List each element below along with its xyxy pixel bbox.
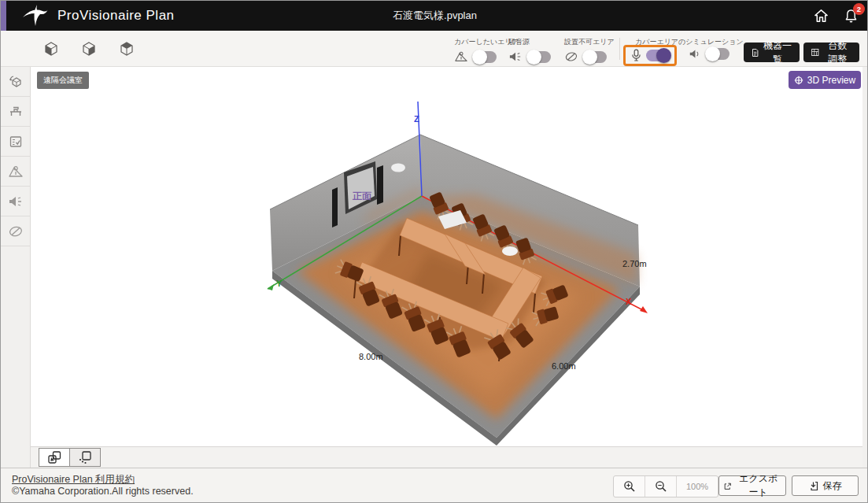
- speaker-simulation-toggle[interactable]: [706, 48, 729, 60]
- export-button[interactable]: エクスポート: [718, 475, 786, 496]
- speaker-icon: [689, 48, 701, 60]
- sidebar: [1, 67, 31, 468]
- no-install-area-icon: [8, 224, 24, 239]
- screen-front-label: 正面: [352, 190, 371, 202]
- dimension-depth-label: 6.00m: [552, 361, 576, 371]
- plan-canvas: Y X Z 正面: [31, 67, 862, 468]
- toggle-group-no-install-area: 設置不可エリア: [564, 37, 615, 63]
- 3d-preview-label: 3D Preview: [807, 75, 855, 86]
- 3d-scene-viewport[interactable]: Y X Z 正面: [31, 67, 862, 446]
- equipment-list-label: 機器一覧: [763, 39, 792, 66]
- cover-area-toggle[interactable]: [473, 51, 497, 63]
- check-list-icon: [8, 134, 24, 150]
- save-icon: [809, 481, 818, 491]
- noise-source-icon: [8, 194, 24, 209]
- zoom-out-button[interactable]: [645, 476, 677, 497]
- toolbar: カバーしたいエリア 騒音源 設置不可エリア: [1, 31, 868, 67]
- cover-area-icon: [8, 165, 24, 179]
- equipment-list-button[interactable]: 機器一覧: [744, 43, 800, 62]
- room-name-badge: 遠隔会議室: [37, 72, 89, 89]
- toggle-label: 設置不可エリア: [564, 37, 615, 47]
- sidebar-item-equipment-check-list[interactable]: [1, 127, 31, 157]
- save-button[interactable]: 保存: [792, 475, 859, 496]
- toggle-group-noise-source: 騒音源: [508, 37, 551, 63]
- zoom-in-button[interactable]: [614, 476, 645, 497]
- sidebar-item-noise-source[interactable]: [1, 187, 31, 216]
- cover-area-icon: [454, 50, 468, 63]
- unit-adjust-button[interactable]: 台数調整: [803, 43, 859, 62]
- furniture-icon: [8, 104, 24, 120]
- brand: ProVisionaire Plan: [21, 3, 175, 28]
- no-install-area-toggle[interactable]: [583, 51, 607, 63]
- export-icon: [724, 481, 731, 491]
- 3d-view-icon: [8, 74, 24, 90]
- mic-simulation-toggle[interactable]: [646, 50, 670, 61]
- notification-badge: 2: [853, 3, 865, 15]
- dimension-width-label: 8.00m: [359, 352, 383, 361]
- 3d-preview-icon: [794, 76, 803, 85]
- microphone-icon: [631, 49, 641, 62]
- document-icon: [752, 47, 759, 58]
- grid-adjust-icon: [811, 47, 819, 57]
- copyright-text: ©Yamaha Corporation.All rights reserved.: [12, 486, 194, 497]
- area-view-tab-icon: [78, 450, 92, 464]
- zoom-level-display: 100%: [677, 476, 718, 497]
- export-label: エクスポート: [736, 472, 781, 499]
- footer: ProVisionaire Plan 利用規約 ©Yamaha Corporat…: [1, 468, 868, 503]
- plate-on-table: [502, 246, 518, 256]
- axis-z-label: Z: [414, 114, 419, 124]
- dimension-height-label: 2.70m: [622, 259, 647, 268]
- unit-adjust-label: 台数調整: [824, 39, 851, 66]
- home-icon[interactable]: [814, 9, 829, 24]
- terms-link[interactable]: ProVisionaire Plan 利用規約: [12, 473, 135, 486]
- no-install-area-icon: [564, 50, 578, 63]
- tab-area-view[interactable]: [69, 448, 101, 467]
- top-bar: ProVisionaire Plan 石渡電気様.pvplan 2: [1, 1, 868, 31]
- brand-name: ProVisionaire Plan: [57, 8, 175, 24]
- provisionaire-logo-icon: [21, 4, 50, 28]
- notifications[interactable]: 2: [844, 9, 858, 24]
- tab-plan-view[interactable]: [39, 448, 70, 467]
- axis-x-label: X: [626, 297, 632, 306]
- sidebar-item-3d-view[interactable]: [1, 67, 31, 97]
- mic-simulation-highlight: [623, 45, 677, 66]
- axis-y-label: Y: [276, 279, 283, 288]
- sidebar-item-no-install-area[interactable]: [1, 216, 31, 246]
- view-tab-strip: [31, 446, 862, 468]
- cube-left-face-icon[interactable]: [43, 41, 59, 57]
- toggle-label: 騒音源: [508, 37, 551, 47]
- document-title: 石渡電気様.pvplan: [393, 9, 477, 23]
- wall-speaker: [391, 164, 405, 172]
- speaker-simulation-group: [689, 37, 729, 60]
- zoom-in-icon: [623, 480, 636, 493]
- 3d-preview-button[interactable]: 3D Preview: [789, 71, 861, 89]
- save-label: 保存: [823, 479, 842, 493]
- noise-source-icon: [508, 50, 523, 63]
- plan-view-tab-icon: [47, 450, 61, 464]
- zoom-out-icon: [655, 480, 667, 493]
- sidebar-item-furniture[interactable]: [1, 97, 31, 127]
- noise-source-toggle[interactable]: [527, 51, 551, 63]
- brand-purple-edge: [1, 1, 6, 31]
- cube-right-face-icon[interactable]: [81, 41, 97, 57]
- cube-top-face-icon[interactable]: [119, 41, 135, 57]
- sidebar-item-cover-area[interactable]: [1, 157, 31, 187]
- toolbar-divider: [619, 38, 620, 60]
- zoom-controls: 100%: [613, 475, 718, 497]
